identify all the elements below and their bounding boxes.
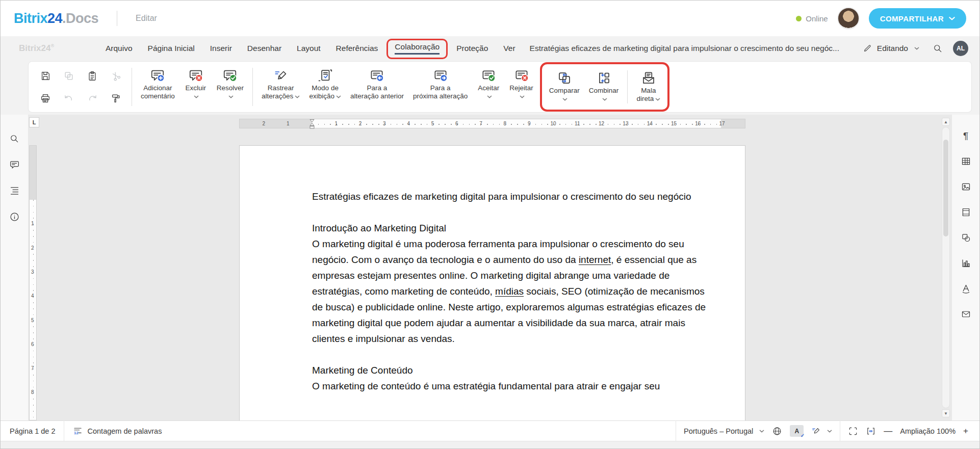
button-label: Rejeitar	[509, 84, 533, 92]
highlight-box-collaboration-tab[interactable]: Colaboração	[386, 39, 448, 59]
horizontal-ruler[interactable]: 211234567891011121314151617	[239, 119, 745, 128]
document-page[interactable]: Estratégias eficazes de marketing digita…	[239, 145, 745, 420]
svg-text:12: 12	[74, 431, 79, 435]
scrollbar-thumb[interactable]	[943, 140, 948, 236]
doc-heading-conteudo: Marketing de Conteúdo	[312, 362, 709, 378]
save-icon	[40, 70, 51, 82]
mail-merge-button[interactable]: Maladireta	[632, 64, 665, 110]
doc-paragraph-conteudo: O marketing de conteúdo é uma estratégia…	[312, 378, 709, 394]
ruler-ticks	[312, 124, 721, 125]
resolve-comment-button[interactable]: Resolver	[212, 62, 248, 112]
chart-settings-icon	[961, 258, 971, 269]
button-label: próxima alteração	[413, 92, 468, 100]
language-selector[interactable]: Português – Portugal	[684, 427, 764, 435]
text-art-settings-button[interactable]	[958, 281, 973, 296]
cut-button[interactable]	[107, 67, 124, 85]
delete-comment-button[interactable]: Excluir	[179, 62, 212, 112]
display-mode-button[interactable]: Modo deexibição	[304, 62, 346, 112]
divider	[117, 11, 117, 26]
save-button[interactable]	[37, 67, 54, 85]
fit-page-button[interactable]	[848, 426, 858, 436]
image-settings-button[interactable]	[958, 179, 973, 194]
paragraph-settings-button[interactable]: ¶	[958, 128, 973, 143]
shape-settings-button[interactable]	[958, 230, 973, 245]
zoom-in-button[interactable]: +	[963, 426, 968, 436]
chevron-down-icon	[655, 98, 660, 101]
ruler-number: 9	[528, 121, 531, 126]
scroll-down-button[interactable]: ▼	[942, 409, 950, 417]
spell-check-letter: A	[794, 428, 799, 435]
fit-width-button[interactable]	[866, 426, 876, 436]
word-count-label: Contagem de palavras	[88, 427, 162, 435]
about-panel-button[interactable]	[7, 209, 22, 224]
tab-colaboracao[interactable]: Colaboração	[395, 42, 440, 55]
tab-referencias[interactable]: Referências	[336, 44, 378, 53]
tab-pagina-inicial[interactable]: Página Inicial	[148, 44, 195, 53]
scroll-up-button[interactable]: ▲	[942, 118, 950, 126]
redo-button[interactable]	[84, 90, 101, 107]
image-settings-icon	[961, 181, 971, 192]
mail-merge-icon	[641, 70, 656, 86]
compare-button[interactable]: Comparar	[545, 64, 584, 110]
search-button[interactable]	[933, 43, 943, 54]
copy-style-button[interactable]	[107, 90, 124, 107]
print-button[interactable]	[37, 90, 54, 107]
table-settings-button[interactable]	[958, 153, 973, 169]
tab-inserir[interactable]: Inserir	[210, 44, 232, 53]
ruler-number: 5	[31, 318, 34, 323]
indent-marker[interactable]	[310, 119, 315, 129]
next-change-button[interactable]: Para apróxima alteração	[408, 62, 472, 112]
scrollbar-track[interactable]	[942, 127, 950, 408]
navigation-panel-button[interactable]	[7, 183, 22, 198]
header-footer-settings-button[interactable]	[958, 204, 973, 220]
chart-settings-button[interactable]	[958, 255, 973, 271]
share-button[interactable]: COMPARTILHAR	[869, 8, 966, 29]
copy-button[interactable]	[60, 67, 78, 85]
ruler-number: 5	[431, 121, 434, 126]
combine-icon	[596, 70, 611, 86]
tab-protecao[interactable]: Proteção	[456, 44, 488, 53]
document-language-button[interactable]	[772, 426, 782, 436]
zoom-level[interactable]: Ampliação 100%	[900, 427, 956, 435]
editing-mode-dropdown[interactable]: Editando	[863, 43, 919, 53]
find-button[interactable]	[7, 131, 22, 146]
add-comment-button[interactable]: Adicionarcomentário	[136, 62, 179, 112]
pencil-icon	[863, 43, 872, 53]
print-icon	[40, 93, 51, 104]
combine-button[interactable]: Combinar	[584, 64, 624, 110]
menu-watermark: Bitrix24®	[19, 43, 79, 54]
spell-check-toggle[interactable]: A✓	[790, 425, 804, 437]
mail-merge-settings-icon	[961, 309, 971, 320]
cut-icon	[110, 70, 121, 82]
vertical-scrollbar[interactable]: ▲ ▼	[942, 118, 950, 417]
track-changes-toggle[interactable]	[811, 426, 832, 436]
status-bar: Página 1 de 2 12 Contagem de palavras Po…	[1, 420, 979, 441]
accept-change-button[interactable]: Aceitar	[472, 62, 505, 112]
language-label: Português – Portugal	[684, 427, 753, 435]
undo-button[interactable]	[60, 90, 78, 107]
tab-layout[interactable]: Layout	[297, 44, 321, 53]
toolbar-zone: Adicionarcomentário Excluir Resolver Ras…	[1, 60, 979, 115]
button-label: Combinar	[589, 87, 619, 94]
user-avatar-photo[interactable]	[837, 7, 860, 30]
tab-desenhar[interactable]: Desenhar	[247, 44, 281, 53]
tab-ver[interactable]: Ver	[503, 44, 515, 53]
ruler-number: 4	[407, 121, 410, 126]
vertical-ruler[interactable]: 12345678	[29, 145, 37, 420]
mail-merge-settings-button[interactable]	[958, 306, 973, 322]
comments-panel-button[interactable]	[7, 157, 22, 172]
word-count-button[interactable]: 12 Contagem de palavras	[72, 426, 162, 436]
page-indicator[interactable]: Página 1 de 2	[10, 427, 56, 435]
track-changes-button[interactable]: Rastrearalterações	[257, 62, 304, 112]
user-initials-avatar[interactable]: AL	[953, 41, 968, 56]
reject-change-button[interactable]: Rejeitar	[505, 62, 538, 112]
zoom-out-button[interactable]: —	[884, 426, 892, 436]
previous-change-button[interactable]: Para aalteração anterior	[346, 62, 408, 112]
redo-icon	[87, 93, 98, 104]
chevron-down-icon	[520, 95, 525, 98]
tab-stop-selector[interactable]: L	[29, 117, 39, 127]
table-settings-icon	[961, 156, 971, 167]
paste-button[interactable]	[84, 67, 101, 85]
search-icon	[933, 43, 943, 54]
tab-arquivo[interactable]: Arquivo	[106, 44, 133, 53]
